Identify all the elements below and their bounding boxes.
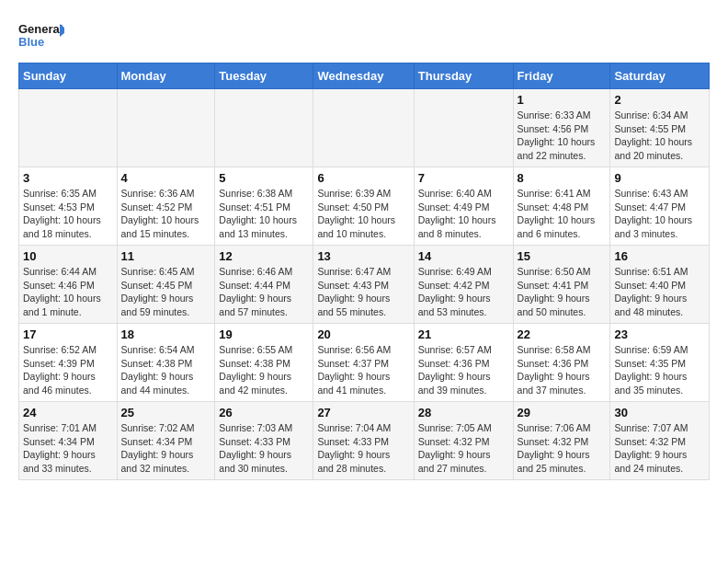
day-number: 10 [23, 249, 113, 263]
calendar-cell: 21Sunrise: 6:57 AMSunset: 4:36 PMDayligh… [414, 324, 513, 402]
day-number: 14 [418, 249, 509, 263]
day-number: 3 [23, 171, 113, 185]
day-number: 13 [317, 249, 409, 263]
calendar-cell [215, 89, 313, 167]
calendar-cell: 25Sunrise: 7:02 AMSunset: 4:34 PMDayligh… [117, 402, 215, 480]
day-number: 9 [614, 171, 705, 185]
day-info: Sunrise: 7:05 AMSunset: 4:32 PMDaylight:… [418, 421, 509, 476]
day-info: Sunrise: 6:41 AMSunset: 4:48 PMDaylight:… [518, 187, 607, 241]
day-info: Sunrise: 6:39 AMSunset: 4:50 PMDaylight:… [317, 187, 409, 241]
calendar-cell: 7Sunrise: 6:40 AMSunset: 4:49 PMDaylight… [414, 167, 513, 246]
day-info: Sunrise: 6:34 AMSunset: 4:55 PMDaylight:… [614, 109, 705, 163]
calendar-cell: 19Sunrise: 6:55 AMSunset: 4:38 PMDayligh… [215, 324, 313, 402]
day-number: 11 [121, 249, 211, 263]
day-number: 26 [219, 406, 309, 419]
day-number: 1 [518, 93, 607, 107]
day-number: 12 [219, 249, 309, 263]
day-number: 20 [317, 327, 409, 341]
day-number: 16 [614, 249, 705, 263]
day-info: Sunrise: 6:55 AMSunset: 4:38 PMDaylight:… [219, 343, 309, 397]
weekday-header: Tuesday [215, 63, 313, 89]
calendar-cell: 14Sunrise: 6:49 AMSunset: 4:42 PMDayligh… [414, 246, 513, 324]
day-info: Sunrise: 6:59 AMSunset: 4:35 PMDaylight:… [614, 343, 705, 397]
calendar-table: SundayMondayTuesdayWednesdayThursdayFrid… [18, 63, 710, 480]
weekday-header: Wednesday [313, 63, 414, 89]
day-info: Sunrise: 6:51 AMSunset: 4:40 PMDaylight:… [614, 265, 705, 319]
day-number: 19 [219, 327, 309, 341]
calendar-cell: 6Sunrise: 6:39 AMSunset: 4:50 PMDaylight… [313, 167, 414, 246]
weekday-header: Saturday [610, 63, 710, 89]
calendar-cell: 17Sunrise: 6:52 AMSunset: 4:39 PMDayligh… [19, 324, 118, 402]
day-info: Sunrise: 7:07 AMSunset: 4:32 PMDaylight:… [614, 421, 705, 476]
day-number: 30 [614, 406, 705, 419]
day-number: 29 [518, 406, 607, 419]
calendar-cell: 28Sunrise: 7:05 AMSunset: 4:32 PMDayligh… [414, 402, 513, 480]
day-number: 27 [317, 406, 409, 419]
day-number: 28 [418, 406, 509, 419]
day-number: 22 [518, 327, 607, 341]
day-info: Sunrise: 6:35 AMSunset: 4:53 PMDaylight:… [23, 187, 113, 241]
weekday-header: Thursday [414, 63, 513, 89]
calendar-cell: 18Sunrise: 6:54 AMSunset: 4:38 PMDayligh… [117, 324, 215, 402]
calendar-cell: 15Sunrise: 6:50 AMSunset: 4:41 PMDayligh… [513, 246, 610, 324]
calendar-cell: 20Sunrise: 6:56 AMSunset: 4:37 PMDayligh… [313, 324, 414, 402]
day-info: Sunrise: 6:40 AMSunset: 4:49 PMDaylight:… [418, 187, 509, 241]
svg-marker-2 [60, 24, 64, 37]
calendar-cell: 1Sunrise: 6:33 AMSunset: 4:56 PMDaylight… [513, 89, 610, 167]
logo: General Blue [18, 18, 64, 53]
day-number: 8 [518, 171, 607, 185]
calendar-cell: 27Sunrise: 7:04 AMSunset: 4:33 PMDayligh… [313, 402, 414, 480]
day-info: Sunrise: 6:43 AMSunset: 4:47 PMDaylight:… [614, 187, 705, 241]
day-info: Sunrise: 6:47 AMSunset: 4:43 PMDaylight:… [317, 265, 409, 319]
calendar-week-row: 17Sunrise: 6:52 AMSunset: 4:39 PMDayligh… [19, 324, 710, 402]
calendar-cell: 9Sunrise: 6:43 AMSunset: 4:47 PMDaylight… [610, 167, 710, 246]
day-info: Sunrise: 6:36 AMSunset: 4:52 PMDaylight:… [121, 187, 211, 241]
day-info: Sunrise: 6:33 AMSunset: 4:56 PMDaylight:… [518, 109, 607, 163]
weekday-header: Friday [513, 63, 610, 89]
day-info: Sunrise: 6:56 AMSunset: 4:37 PMDaylight:… [317, 343, 409, 397]
calendar-cell: 13Sunrise: 6:47 AMSunset: 4:43 PMDayligh… [313, 246, 414, 324]
calendar-cell: 22Sunrise: 6:58 AMSunset: 4:36 PMDayligh… [513, 324, 610, 402]
day-number: 4 [121, 171, 211, 185]
day-number: 15 [518, 249, 607, 263]
calendar-cell [117, 89, 215, 167]
day-info: Sunrise: 7:03 AMSunset: 4:33 PMDaylight:… [219, 421, 309, 476]
weekday-header: Sunday [19, 63, 118, 89]
logo-svg: General Blue [18, 18, 64, 53]
calendar-cell: 10Sunrise: 6:44 AMSunset: 4:46 PMDayligh… [19, 246, 118, 324]
calendar-cell: 23Sunrise: 6:59 AMSunset: 4:35 PMDayligh… [610, 324, 710, 402]
calendar-cell: 11Sunrise: 6:45 AMSunset: 4:45 PMDayligh… [117, 246, 215, 324]
calendar-cell: 5Sunrise: 6:38 AMSunset: 4:51 PMDaylight… [215, 167, 313, 246]
day-info: Sunrise: 6:58 AMSunset: 4:36 PMDaylight:… [518, 343, 607, 397]
day-info: Sunrise: 7:02 AMSunset: 4:34 PMDaylight:… [121, 421, 211, 476]
calendar-cell [19, 89, 118, 167]
day-info: Sunrise: 6:38 AMSunset: 4:51 PMDaylight:… [219, 187, 309, 241]
calendar-cell [414, 89, 513, 167]
calendar-cell: 4Sunrise: 6:36 AMSunset: 4:52 PMDaylight… [117, 167, 215, 246]
day-number: 18 [121, 327, 211, 341]
svg-text:Blue: Blue [18, 35, 44, 49]
day-number: 25 [121, 406, 211, 419]
day-number: 17 [23, 327, 113, 341]
day-info: Sunrise: 6:57 AMSunset: 4:36 PMDaylight:… [418, 343, 509, 397]
calendar-cell: 16Sunrise: 6:51 AMSunset: 4:40 PMDayligh… [610, 246, 710, 324]
calendar-week-row: 3Sunrise: 6:35 AMSunset: 4:53 PMDaylight… [19, 167, 710, 246]
day-number: 21 [418, 327, 509, 341]
day-number: 5 [219, 171, 309, 185]
calendar-cell: 26Sunrise: 7:03 AMSunset: 4:33 PMDayligh… [215, 402, 313, 480]
calendar-cell: 8Sunrise: 6:41 AMSunset: 4:48 PMDaylight… [513, 167, 610, 246]
calendar-cell: 30Sunrise: 7:07 AMSunset: 4:32 PMDayligh… [610, 402, 710, 480]
calendar-cell [313, 89, 414, 167]
calendar-week-row: 24Sunrise: 7:01 AMSunset: 4:34 PMDayligh… [19, 402, 710, 480]
calendar-cell: 2Sunrise: 6:34 AMSunset: 4:55 PMDaylight… [610, 89, 710, 167]
calendar-header-row: SundayMondayTuesdayWednesdayThursdayFrid… [19, 63, 710, 89]
calendar-week-row: 1Sunrise: 6:33 AMSunset: 4:56 PMDaylight… [19, 89, 710, 167]
day-info: Sunrise: 6:54 AMSunset: 4:38 PMDaylight:… [121, 343, 211, 397]
weekday-header: Monday [117, 63, 215, 89]
calendar-cell: 3Sunrise: 6:35 AMSunset: 4:53 PMDaylight… [19, 167, 118, 246]
day-info: Sunrise: 6:52 AMSunset: 4:39 PMDaylight:… [23, 343, 113, 397]
calendar-cell: 29Sunrise: 7:06 AMSunset: 4:32 PMDayligh… [513, 402, 610, 480]
day-info: Sunrise: 6:44 AMSunset: 4:46 PMDaylight:… [23, 265, 113, 319]
page-header: General Blue [18, 18, 710, 53]
day-info: Sunrise: 7:01 AMSunset: 4:34 PMDaylight:… [23, 421, 113, 476]
